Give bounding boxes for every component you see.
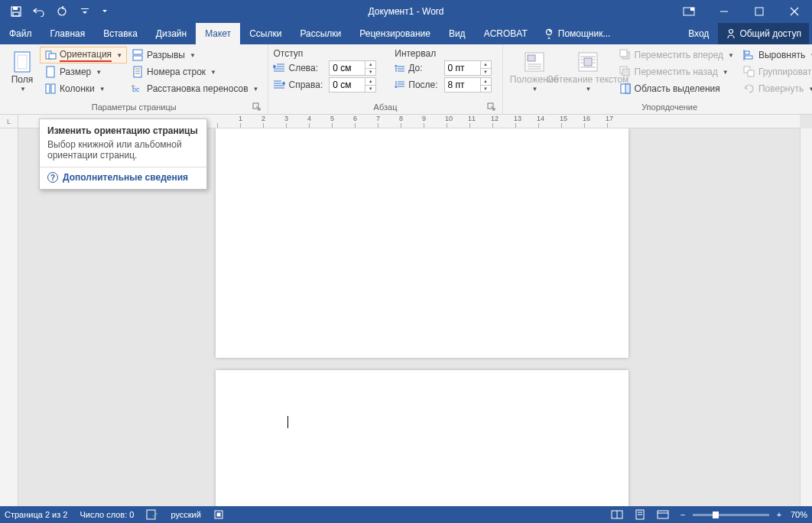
spacing-before-spinner[interactable]: ▲▼ xyxy=(444,60,492,76)
sign-in-button[interactable]: Вход xyxy=(680,23,716,44)
position-button[interactable]: Положение ▼ xyxy=(508,47,561,97)
page-1[interactable] xyxy=(216,128,628,358)
spin-up[interactable]: ▲ xyxy=(365,78,375,86)
zoom-slider[interactable] xyxy=(693,514,769,516)
svg-rect-4 xyxy=(81,8,89,9)
svg-text:a-: a- xyxy=(132,83,135,88)
spellcheck-status[interactable] xyxy=(146,509,158,520)
paragraph-launcher-icon[interactable] xyxy=(487,102,496,112)
send-backward-button[interactable]: Переместить назад▼ xyxy=(615,63,739,80)
spin-up[interactable]: ▲ xyxy=(481,78,491,86)
zoom-out-button[interactable]: − xyxy=(677,510,688,519)
text-cursor xyxy=(287,416,288,428)
print-layout-view-button[interactable] xyxy=(632,508,648,521)
close-button[interactable] xyxy=(777,0,812,23)
share-button[interactable]: Общий доступ xyxy=(718,23,809,44)
spin-down[interactable]: ▼ xyxy=(481,69,491,76)
minimize-button[interactable] xyxy=(706,0,742,23)
tab-references[interactable]: Ссылки xyxy=(240,23,291,44)
page-2[interactable] xyxy=(216,370,628,506)
save-button[interactable] xyxy=(6,2,26,21)
columns-button[interactable]: Колонки ▼ xyxy=(40,80,127,97)
tab-review[interactable]: Рецензирование xyxy=(350,23,440,44)
group-paragraph: Отступ Слева: ▲▼ Справа: ▲▼ xyxy=(268,44,502,114)
svg-rect-8 xyxy=(755,8,763,15)
macro-status[interactable] xyxy=(213,509,224,520)
page-setup-launcher-icon[interactable] xyxy=(252,102,261,112)
svg-rect-45 xyxy=(528,55,535,61)
svg-rect-21 xyxy=(133,56,142,60)
ribbon-display-options-button[interactable] xyxy=(671,0,706,23)
zoom-slider-thumb[interactable] xyxy=(713,512,719,518)
group-arrange-label: Упорядочение xyxy=(641,102,697,112)
web-layout-view-button[interactable] xyxy=(654,508,671,521)
undo-button[interactable] xyxy=(29,2,49,21)
indent-right-input[interactable] xyxy=(330,78,365,92)
align-button[interactable]: Выровнять▼ xyxy=(739,47,812,63)
size-label: Размер xyxy=(60,67,91,77)
wrap-text-button[interactable]: Обтекание текстом ▼ xyxy=(561,47,615,97)
size-button[interactable]: Размер ▼ xyxy=(40,63,127,80)
svg-rect-64 xyxy=(745,56,752,59)
tab-design[interactable]: Дизайн xyxy=(147,23,196,44)
qat-divider-dropdown[interactable] xyxy=(98,2,112,21)
tab-mailings[interactable]: Рассылки xyxy=(291,23,350,44)
vertical-ruler[interactable] xyxy=(0,128,18,506)
spin-down[interactable]: ▼ xyxy=(365,69,375,76)
spacing-after-spinner[interactable]: ▲▼ xyxy=(444,77,492,93)
bring-forward-button[interactable]: Переместить вперед▼ xyxy=(615,47,739,63)
group-button[interactable]: Группировать▼ xyxy=(739,63,812,80)
spacing-header: Интервал xyxy=(395,48,497,59)
line-numbers-button[interactable]: Номера строк ▼ xyxy=(127,63,263,80)
spin-down[interactable]: ▼ xyxy=(481,86,491,93)
qat-customize-button[interactable] xyxy=(75,2,95,21)
tooltip-more-info-link[interactable]: ? Дополнительные сведения xyxy=(47,172,199,183)
indent-right-spinner[interactable]: ▲▼ xyxy=(329,77,376,93)
redo-button[interactable] xyxy=(52,2,72,21)
hyphenation-button[interactable]: bca- Расстановка переносов ▼ xyxy=(127,80,263,97)
page-count-status[interactable]: Страница 2 из 2 xyxy=(5,510,67,519)
tell-me-search[interactable]: Помощник... xyxy=(537,23,619,44)
indent-left-spinner[interactable]: ▲▼ xyxy=(329,60,376,76)
margins-label: Поля xyxy=(11,75,34,85)
indent-left-label: Слева: xyxy=(273,63,323,73)
ribbon-tabs: Файл Главная Вставка Дизайн Макет Ссылки… xyxy=(0,23,812,44)
tab-home[interactable]: Главная xyxy=(41,23,95,44)
spacing-before-input[interactable] xyxy=(445,61,480,75)
tab-layout[interactable]: Макет xyxy=(196,23,240,44)
svg-rect-17 xyxy=(47,67,54,77)
indent-left-input[interactable] xyxy=(330,61,365,75)
maximize-button[interactable] xyxy=(742,0,777,23)
indent-right-label: Справа: xyxy=(273,80,323,90)
rotate-button[interactable]: Повернуть▼ xyxy=(739,80,812,97)
read-mode-view-button[interactable] xyxy=(609,508,625,521)
tab-acrobat[interactable]: ACROBAT xyxy=(475,23,537,44)
tab-view[interactable]: Вид xyxy=(440,23,475,44)
zoom-level-button[interactable]: 70% xyxy=(791,510,807,519)
group-page-setup-label: Параметры страницы xyxy=(92,102,177,112)
selection-pane-button[interactable]: Область выделения xyxy=(615,80,739,97)
group-arrange: Положение ▼ Обтекание текстом ▼ Перемест… xyxy=(503,44,812,114)
word-count-status[interactable]: Число слов: 0 xyxy=(80,510,134,519)
svg-rect-63 xyxy=(745,51,749,54)
spin-up[interactable]: ▲ xyxy=(365,61,375,69)
margins-button[interactable]: Поля ▼ xyxy=(5,47,40,97)
help-icon: ? xyxy=(47,172,58,183)
indent-left-icon xyxy=(273,63,285,73)
breaks-button[interactable]: Разрывы ▼ xyxy=(127,47,263,63)
vertical-scrollbar[interactable] xyxy=(800,128,812,506)
tab-file[interactable]: Файл xyxy=(0,23,41,44)
zoom-in-button[interactable]: + xyxy=(774,510,784,519)
tooltip-title: Изменить ориентацию страницы xyxy=(47,125,199,136)
spacing-after-icon xyxy=(395,80,405,90)
language-status[interactable]: русский xyxy=(171,510,200,519)
tab-insert[interactable]: Вставка xyxy=(94,23,147,44)
orientation-label: Ориентация xyxy=(60,49,112,62)
svg-rect-62 xyxy=(625,84,630,93)
spacing-after-input[interactable] xyxy=(445,78,480,92)
spin-up[interactable]: ▲ xyxy=(481,61,491,69)
spin-down[interactable]: ▼ xyxy=(365,86,375,93)
orientation-button[interactable]: Ориентация ▼ xyxy=(40,47,127,63)
ruler-corner[interactable]: L xyxy=(0,115,18,128)
status-bar: Страница 2 из 2 Число слов: 0 русский − … xyxy=(0,506,812,523)
